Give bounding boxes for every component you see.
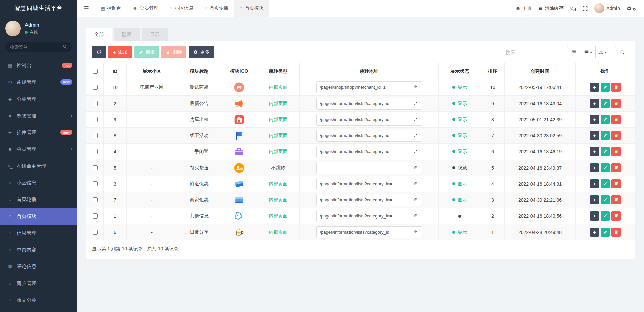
link-button[interactable] <box>409 98 422 110</box>
home-link[interactable]: 主页 <box>516 5 532 11</box>
fullscreen-icon[interactable] <box>583 6 588 11</box>
link-button[interactable] <box>409 130 422 142</box>
jump-url-input[interactable] <box>316 194 409 206</box>
link-button[interactable] <box>409 146 422 158</box>
row-edit-button[interactable] <box>601 147 610 156</box>
row-checkbox[interactable] <box>93 213 98 219</box>
row-delete-button[interactable] <box>611 163 621 172</box>
row-checkbox[interactable] <box>93 197 98 202</box>
row-delete-button[interactable] <box>611 83 621 92</box>
topbar-tab[interactable]: ▦控制台 <box>95 0 127 17</box>
row-checkbox[interactable] <box>93 230 98 235</box>
row-edit-button[interactable] <box>601 179 610 188</box>
language-icon[interactable]: A文 <box>570 6 576 11</box>
jump-url-input[interactable] <box>316 114 409 126</box>
status-toggle[interactable]: 显示 <box>439 79 481 96</box>
row-edit-button[interactable] <box>601 211 610 221</box>
jump-url-input[interactable] <box>316 226 409 238</box>
sidebar-item[interactable]: >_在线命令管理 <box>0 158 77 174</box>
status-toggle[interactable]: 显示 <box>439 176 481 192</box>
sidebar-item[interactable]: ✈插件管理new <box>0 124 77 141</box>
sidebar-item[interactable]: ⚙常规管理new <box>0 74 77 90</box>
columns-button[interactable]: ▾ <box>581 46 596 58</box>
filter-tab[interactable]: 全部 <box>86 28 112 41</box>
row-delete-button[interactable] <box>611 195 621 204</box>
row-add-button[interactable]: + <box>590 163 599 172</box>
row-delete-button[interactable] <box>611 99 621 108</box>
sidebar-item[interactable]: ✉评论信息 <box>0 258 77 275</box>
export-button[interactable]: ▾ <box>595 46 610 58</box>
jump-url-input[interactable] <box>316 146 409 158</box>
row-delete-button[interactable] <box>611 131 621 140</box>
sidebar-item[interactable]: ○小区信息 <box>0 174 77 191</box>
link-button[interactable] <box>409 226 422 238</box>
row-checkbox[interactable] <box>93 181 98 186</box>
status-toggle[interactable]: 隐藏 <box>439 160 481 176</box>
filter-tab[interactable]: 隐藏 <box>114 28 140 41</box>
status-toggle[interactable]: 显示 <box>439 192 481 208</box>
select-all-checkbox[interactable] <box>93 69 98 74</box>
row-delete-button[interactable] <box>611 228 621 237</box>
link-button[interactable] <box>409 114 422 126</box>
link-button[interactable] <box>409 210 422 222</box>
topbar-tab[interactable]: ○首页模块 <box>234 0 269 17</box>
search-toggle-button[interactable] <box>615 46 629 58</box>
status-toggle[interactable]: 显示 <box>439 144 481 160</box>
jump-url-input[interactable] <box>316 210 409 222</box>
row-checkbox[interactable] <box>93 117 98 122</box>
row-delete-button[interactable] <box>611 211 621 221</box>
topbar-tab[interactable]: ☻会员管理 <box>127 0 164 17</box>
row-edit-button[interactable] <box>601 228 610 237</box>
row-edit-button[interactable] <box>601 99 610 108</box>
status-toggle[interactable] <box>439 208 481 224</box>
status-toggle[interactable]: 显示 <box>439 96 481 112</box>
row-add-button[interactable]: + <box>590 115 599 124</box>
link-button[interactable] <box>409 81 422 93</box>
settings-gears-icon[interactable] <box>627 6 636 11</box>
row-checkbox[interactable] <box>93 85 98 90</box>
jump-url-input[interactable] <box>316 81 409 93</box>
row-add-button[interactable]: + <box>590 179 599 188</box>
row-edit-button[interactable] <box>601 163 610 172</box>
sidebar-item[interactable]: ○信息管理 <box>0 225 77 241</box>
jump-url-input[interactable] <box>316 130 409 142</box>
row-checkbox[interactable] <box>93 165 98 170</box>
status-toggle[interactable]: 显示 <box>439 128 481 144</box>
table-search-input[interactable] <box>502 46 564 58</box>
row-edit-button[interactable] <box>601 131 610 140</box>
sidebar-item[interactable]: ○商户管理 <box>0 275 77 292</box>
row-add-button[interactable]: + <box>590 99 599 108</box>
sidebar-item[interactable]: ○首页轮播 <box>0 191 77 208</box>
sidebar-item[interactable]: ◈分类管理 <box>0 90 77 107</box>
row-add-button[interactable]: + <box>590 211 599 221</box>
topbar-tab[interactable]: ○小区信息 <box>164 0 199 17</box>
clear-cache-link[interactable]: 清除缓存 <box>538 5 564 11</box>
sidebar-item[interactable]: ♟权限管理‹ <box>0 107 77 124</box>
refresh-button[interactable] <box>92 46 106 58</box>
sidebar-item[interactable]: ▦控制台hot <box>0 57 77 74</box>
sidebar-item[interactable]: ☻会员管理‹ <box>0 141 77 158</box>
filter-tab[interactable]: 显示 <box>142 28 168 41</box>
menu-search-input[interactable] <box>5 42 72 52</box>
sidebar-item[interactable]: ○首页模块 <box>0 208 77 225</box>
row-edit-button[interactable] <box>601 115 610 124</box>
add-button[interactable]: + 添加 <box>108 46 132 58</box>
row-checkbox[interactable] <box>93 133 98 138</box>
row-add-button[interactable]: + <box>590 83 599 92</box>
sidebar-item[interactable]: ○商品分类 <box>0 292 77 308</box>
sidebar-item[interactable]: ○单页内容 <box>0 241 77 258</box>
topbar-tab[interactable]: ○首页轮播 <box>199 0 234 17</box>
row-edit-button[interactable] <box>601 83 610 92</box>
jump-url-input[interactable] <box>316 162 409 174</box>
row-checkbox[interactable] <box>93 149 98 154</box>
topbar-user[interactable]: Admin <box>594 3 620 13</box>
row-add-button[interactable]: + <box>590 228 599 237</box>
status-toggle[interactable]: 显示 <box>439 112 481 128</box>
jump-url-input[interactable] <box>316 98 409 110</box>
edit-button[interactable]: 编辑 <box>134 46 159 58</box>
row-add-button[interactable]: + <box>590 131 599 140</box>
link-button[interactable] <box>409 162 422 174</box>
link-button[interactable] <box>409 194 422 206</box>
link-button[interactable] <box>409 178 422 190</box>
jump-url-input[interactable] <box>316 178 409 190</box>
